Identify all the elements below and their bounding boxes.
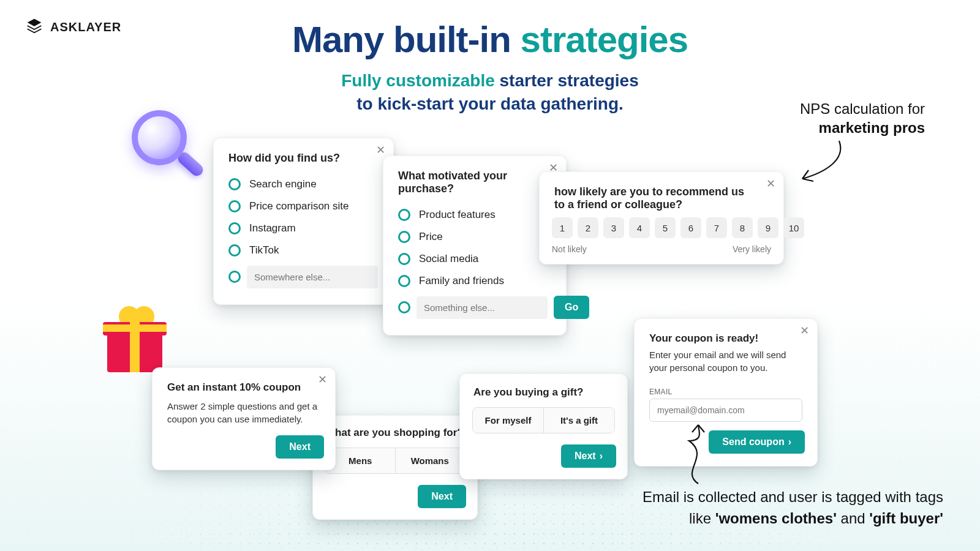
option-label: Product features — [419, 209, 496, 221]
option-label: Family and friends — [419, 275, 504, 287]
panel-desc: Enter your email and we will send your p… — [635, 348, 817, 384]
email-label: EMAIL — [635, 384, 817, 399]
option-label: TikTok — [249, 244, 279, 257]
question-text: What are you shopping for? — [313, 416, 477, 443]
panel-find-us: ✕ How did you find us? Search engine Pri… — [213, 138, 394, 305]
option-radio[interactable]: Price — [398, 226, 551, 248]
option-radio[interactable]: Search engine — [228, 173, 379, 195]
arrow-icon — [674, 422, 723, 490]
chevron-right-icon: › — [788, 437, 791, 448]
panel-coupon-email: ✕ Your coupon is ready! Enter your email… — [634, 318, 818, 467]
nps-score-button[interactable]: 10 — [783, 217, 804, 238]
nps-score-button[interactable]: 3 — [603, 217, 624, 238]
other-input[interactable] — [247, 266, 378, 288]
option-label: Search engine — [249, 178, 317, 190]
nps-score-button[interactable]: 4 — [629, 217, 650, 238]
panel-nps: ✕ how likely are you to recommend us to … — [539, 171, 784, 264]
nps-score-button[interactable]: 6 — [680, 217, 701, 238]
panel-title: Your coupon is ready! — [635, 319, 817, 348]
option-label: Price comparison site — [249, 200, 349, 212]
nps-score-button[interactable]: 1 — [552, 217, 573, 238]
nps-score-button[interactable]: 8 — [732, 217, 753, 238]
next-button[interactable]: Next — [418, 485, 466, 508]
go-button[interactable]: Go — [554, 296, 589, 319]
option-label: Instagram — [249, 222, 296, 234]
email-field[interactable] — [649, 399, 802, 422]
option-label: Price — [419, 231, 443, 243]
nps-high-label: Very likely — [733, 244, 771, 254]
chevron-right-icon: › — [600, 451, 603, 462]
panel-buying-gift: Are you buying a gift? For myself It's a… — [459, 373, 628, 479]
annotation-email-tags: Email is collected and user is tagged wi… — [502, 487, 943, 530]
nps-score-button[interactable]: 7 — [706, 217, 727, 238]
nps-score-button[interactable]: 9 — [758, 217, 778, 238]
question-text: Are you buying a gift? — [460, 374, 627, 402]
option-radio[interactable]: TikTok — [228, 239, 379, 261]
next-button[interactable]: Next — [276, 435, 324, 459]
panel-coupon-offer: ✕ Get an instant 10% coupon Answer 2 sim… — [152, 367, 336, 470]
option-radio[interactable]: Family and friends — [398, 270, 551, 292]
question-text: How did you find us? — [214, 138, 393, 171]
close-icon[interactable]: ✕ — [764, 177, 777, 190]
choice-button-womans[interactable]: Womans — [395, 448, 465, 473]
option-radio[interactable]: Product features — [398, 204, 551, 226]
option-radio[interactable] — [398, 301, 410, 313]
nps-score-button[interactable]: 5 — [655, 217, 676, 238]
annotation-nps: NPS calculation for marketing pros — [753, 99, 925, 137]
panel-title: Get an instant 10% coupon — [153, 368, 335, 400]
choice-button-its-gift[interactable]: It's a gift — [543, 408, 614, 433]
option-label: Social media — [419, 253, 478, 265]
close-icon[interactable]: ✕ — [315, 373, 329, 386]
panel-shopping-for: What are you shopping for? Mens Womans N… — [312, 415, 478, 520]
choice-button-mens[interactable]: Mens — [326, 448, 395, 473]
close-icon[interactable]: ✕ — [797, 324, 811, 337]
headline: Many built-in strategies — [0, 18, 980, 61]
other-input[interactable] — [417, 296, 548, 319]
choice-button-myself[interactable]: For myself — [473, 408, 543, 433]
send-coupon-button[interactable]: Send coupon› — [709, 430, 805, 454]
magnifier-icon — [132, 110, 211, 190]
nps-score-button[interactable]: 2 — [578, 217, 598, 238]
arrow-icon — [790, 136, 851, 191]
option-radio[interactable] — [228, 271, 241, 283]
close-icon[interactable]: ✕ — [374, 143, 387, 157]
option-radio[interactable]: Instagram — [228, 217, 379, 239]
question-text: how likely are you to recommend us to a … — [540, 172, 783, 214]
option-radio[interactable]: Social media — [398, 248, 551, 270]
panel-desc: Answer 2 simple questions and get a coup… — [153, 400, 335, 435]
option-radio[interactable]: Price comparison site — [228, 195, 379, 217]
nps-low-label: Not likely — [552, 244, 587, 254]
next-button[interactable]: Next› — [561, 444, 616, 468]
